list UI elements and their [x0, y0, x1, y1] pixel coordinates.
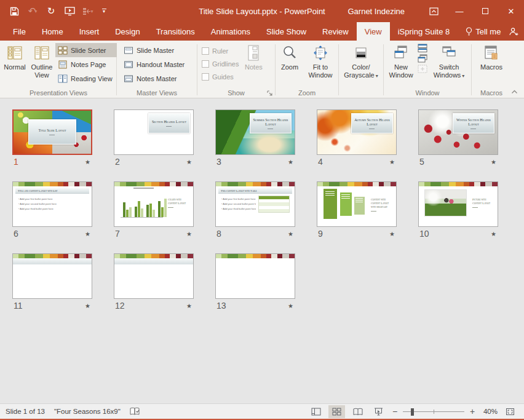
slide-thumbnail-1[interactable]: Title Slide Layout 1★ — [12, 109, 92, 167]
slide-indicator[interactable]: Slide 1 of 13 — [6, 408, 45, 415]
tab-file[interactable]: File — [5, 22, 34, 41]
zoom-slider[interactable] — [403, 408, 464, 416]
notes-master-button[interactable]: Notes Master — [121, 71, 189, 85]
save-icon[interactable] — [6, 3, 22, 19]
tab-tell-me[interactable]: Tell me — [458, 22, 509, 41]
slide-thumbnail-2[interactable]: Section Header Layout 2★ — [114, 109, 194, 167]
slide-thumbnail-8[interactable]: Two Content Layout with Table Add your f… — [215, 181, 295, 239]
slide-9-image[interactable]: Content with Content Layout with SmartAr… — [317, 181, 397, 227]
transition-star-icon[interactable]: ★ — [288, 231, 293, 237]
slide-sorter-button[interactable]: Slide Sorter — [55, 43, 117, 57]
maximize-button[interactable] — [472, 0, 498, 22]
transition-star-icon[interactable]: ★ — [389, 231, 395, 237]
slide-thumbnail-12[interactable]: 12★ — [114, 253, 194, 311]
move-split-icon[interactable] — [418, 65, 427, 73]
tab-home[interactable]: Home — [34, 22, 71, 41]
tab-view[interactable]: View — [357, 22, 390, 41]
slide-7-image[interactable]: Charts with Content Layout — [114, 181, 194, 227]
transition-star-icon[interactable]: ★ — [288, 303, 293, 309]
outline-view-button[interactable]: Outline View — [28, 42, 55, 79]
share-icon[interactable] — [509, 27, 519, 36]
slide-thumbnail-6[interactable]: Title and Content Layout with List Add y… — [12, 181, 92, 239]
close-button[interactable]: ✕ — [498, 0, 524, 22]
slide-thumbnail-10[interactable]: Picture with Content Layout 10★ — [418, 181, 498, 239]
slide-8-image[interactable]: Two Content Layout with Table Add your f… — [215, 181, 295, 227]
switch-windows-button[interactable]: Switch Windows▾ — [427, 42, 470, 80]
customize-quick-access-icon[interactable]: ▾ — [98, 9, 109, 14]
normal-view-button-status[interactable] — [308, 405, 324, 418]
reading-view-button[interactable]: Reading View — [55, 71, 117, 85]
slide-13-image[interactable] — [215, 253, 295, 299]
tab-design[interactable]: Design — [107, 22, 148, 41]
minimize-button[interactable]: — — [447, 0, 472, 22]
undo-icon[interactable]: ↶▾ — [25, 3, 41, 19]
transition-star-icon[interactable]: ★ — [186, 159, 192, 165]
slide-thumbnail-3[interactable]: Summer Section Header Layout 3★ — [215, 109, 295, 167]
tab-animations[interactable]: Animations — [203, 22, 258, 41]
gridlines-checkbox[interactable]: Gridlines — [202, 57, 239, 70]
fit-slide-to-window-button[interactable] — [502, 405, 518, 418]
zoom-out-button[interactable]: − — [391, 406, 399, 416]
slide-11-image[interactable] — [12, 253, 92, 299]
arrange-all-icon[interactable] — [418, 44, 427, 52]
macros-button[interactable]: Macros — [478, 42, 505, 71]
transition-star-icon[interactable]: ★ — [85, 303, 90, 309]
slide-5-image[interactable]: Winter Section Header Layout — [418, 109, 498, 155]
notes-page-button[interactable]: Notes Page — [55, 57, 117, 71]
ruler-checkbox[interactable]: Ruler — [202, 44, 239, 57]
zoom-slider-thumb[interactable] — [411, 408, 414, 416]
slide-show-view-button-status[interactable] — [370, 405, 387, 418]
color-grayscale-button[interactable]: Color/ Grayscale▾ — [339, 42, 383, 80]
slide-master-button[interactable]: Slide Master — [121, 43, 189, 57]
tab-slide-show[interactable]: Slide Show — [258, 22, 314, 41]
slide-layout-icon[interactable]: ▾ — [80, 3, 96, 19]
slide-thumbnail-4[interactable]: Autumn Section Header Layout 4★ — [317, 109, 397, 167]
tab-transitions[interactable]: Transitions — [148, 22, 203, 41]
transition-star-icon[interactable]: ★ — [389, 159, 395, 165]
slide-sorter-canvas[interactable]: Title Slide Layout 1★ Section Header Lay… — [0, 98, 524, 403]
ribbon-display-options-icon[interactable] — [421, 0, 447, 22]
transition-star-icon[interactable]: ★ — [186, 303, 192, 309]
new-window-button[interactable]: New Window — [384, 42, 418, 79]
slide-1-image[interactable]: Title Slide Layout — [12, 109, 92, 155]
slide-10-image[interactable]: Picture with Content Layout — [418, 181, 498, 227]
slide-thumbnail-7[interactable]: Charts with Content Layout 7★ — [114, 181, 194, 239]
transition-star-icon[interactable]: ★ — [85, 231, 90, 237]
slide-4-image[interactable]: Autumn Section Header Layout — [317, 109, 397, 155]
fit-to-window-button[interactable]: Fit to Window — [303, 42, 338, 79]
slide-3-image[interactable]: Summer Section Header Layout — [215, 109, 295, 155]
slide-12-image[interactable] — [114, 253, 194, 299]
zoom-level[interactable]: 40% — [480, 408, 498, 415]
normal-view-button[interactable]: Normal — [1, 42, 28, 71]
collapse-ribbon-icon[interactable] — [511, 90, 518, 94]
zoom-in-button[interactable]: + — [469, 406, 476, 416]
handout-master-button[interactable]: Handout Master — [121, 57, 189, 71]
guides-checkbox[interactable]: Guides — [202, 70, 239, 83]
slide-sorter-view-button-status[interactable] — [328, 405, 345, 418]
tab-insert[interactable]: Insert — [71, 22, 108, 41]
show-dialog-launcher-icon[interactable] — [267, 90, 273, 97]
slide-6-image[interactable]: Title and Content Layout with List Add y… — [12, 181, 92, 227]
group-label-show: Show — [198, 89, 274, 97]
tab-review[interactable]: Review — [314, 22, 357, 41]
start-from-beginning-icon[interactable] — [62, 3, 77, 19]
transition-star-icon[interactable]: ★ — [85, 159, 90, 165]
transition-star-icon[interactable]: ★ — [186, 231, 192, 237]
redo-icon[interactable]: ↻ — [43, 3, 59, 19]
transition-star-icon[interactable]: ★ — [491, 159, 496, 165]
cascade-windows-icon[interactable] — [418, 54, 427, 63]
slide-thumbnail-13[interactable]: 13★ — [215, 253, 295, 311]
theme-name[interactable]: "Four Seasons 16x9" — [54, 408, 121, 415]
notes-button[interactable]: Notes — [240, 42, 267, 71]
slide-thumbnail-5[interactable]: Winter Section Header Layout 5★ — [418, 109, 498, 167]
reading-view-button-status[interactable] — [349, 405, 366, 418]
account-name[interactable]: Garnet Indezine — [347, 7, 405, 16]
slide-thumbnail-11[interactable]: 11★ — [12, 253, 92, 311]
transition-star-icon[interactable]: ★ — [288, 159, 293, 165]
slide-thumbnail-9[interactable]: Content with Content Layout with SmartAr… — [317, 181, 397, 239]
tab-ispring-suite[interactable]: iSpring Suite 8 — [390, 22, 458, 41]
spellcheck-icon[interactable] — [130, 407, 140, 416]
slide-2-image[interactable]: Section Header Layout — [114, 109, 194, 155]
zoom-button[interactable]: Zoom — [276, 42, 303, 71]
transition-star-icon[interactable]: ★ — [491, 231, 496, 237]
